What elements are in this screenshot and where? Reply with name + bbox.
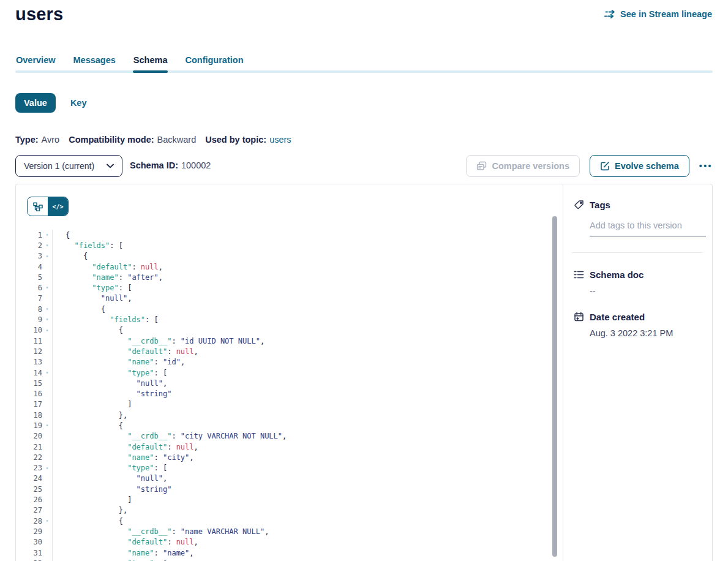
fold-arrow-icon[interactable]: ▾ <box>42 282 52 293</box>
code-line: 7 "null", <box>16 293 563 304</box>
tree-view-button[interactable] <box>28 197 48 216</box>
code-line: 6▾ "type": [ <box>16 282 563 293</box>
line-gutter: 27 <box>16 505 53 516</box>
tab-schema[interactable]: Schema <box>133 54 168 73</box>
fold-arrow-icon[interactable]: ▾ <box>42 304 52 314</box>
code-text: "name": "city", <box>53 453 194 462</box>
line-number: 17 <box>34 400 42 409</box>
used-by-topic-label: Used by topic: <box>205 135 266 145</box>
code-line: 21 "default": null, <box>16 442 563 452</box>
code-text: "__crdb__": "id UUID NOT NULL", <box>53 337 265 345</box>
line-gutter: 19▾ <box>16 420 53 431</box>
code-text: "null", <box>53 294 132 303</box>
tab-track <box>15 70 713 73</box>
line-number: 9 <box>38 315 42 324</box>
line-gutter: 22 <box>16 452 53 462</box>
sidebar-divider <box>572 252 702 253</box>
tab-messages[interactable]: Messages <box>73 54 116 73</box>
compare-versions-icon <box>476 161 487 171</box>
code-line: 25 "string" <box>16 484 563 494</box>
code-view-button[interactable]: </> <box>48 197 68 216</box>
line-gutter: 13 <box>16 357 53 367</box>
key-toggle-link[interactable]: Key <box>70 98 87 108</box>
version-dropdown[interactable]: Version 1 (current) <box>15 155 122 177</box>
line-gutter: 16 <box>16 388 53 399</box>
evolve-schema-button[interactable]: Evolve schema <box>590 155 689 177</box>
line-number: 31 <box>34 549 42 557</box>
code-text: "default": null, <box>53 443 198 451</box>
tag-icon <box>574 200 584 210</box>
add-tags-input[interactable] <box>590 220 706 236</box>
code-line: 1▾{ <box>16 230 563 240</box>
line-gutter: 20 <box>16 431 53 442</box>
tab-bar: Overview Messages Schema Configuration <box>15 54 713 73</box>
code-view-icon: </> <box>52 203 63 210</box>
code-text: "default": null, <box>53 538 198 546</box>
code-text: "fields": [ <box>53 315 159 324</box>
compare-versions-button[interactable]: Compare versions <box>466 155 580 177</box>
code-text: "__crdb__": "name VARCHAR NULL", <box>53 527 269 536</box>
code-text: "default": null, <box>53 347 198 356</box>
code-line: 32▾ "type": [ <box>16 558 563 561</box>
version-dropdown-value: Version 1 (current) <box>24 161 94 171</box>
code-line: 23▾ "type": [ <box>16 463 563 473</box>
value-key-toggle: Value Key <box>15 93 87 113</box>
line-number: 3 <box>38 252 42 260</box>
chevron-down-icon <box>107 164 114 168</box>
line-gutter: 14▾ <box>16 367 53 378</box>
evolve-schema-label: Evolve schema <box>615 161 679 171</box>
line-number: 25 <box>34 485 42 494</box>
code-text: { <box>53 326 123 334</box>
code-line: 20 "__crdb__": "city VARCHAR NOT NULL", <box>16 431 563 442</box>
schema-code-editor: </> 1▾{2▾ "fields": [3▾ {4 "default": nu… <box>16 184 563 561</box>
code-line: 26 ] <box>16 494 563 505</box>
code-line: 9▾ "fields": [ <box>16 314 563 325</box>
code-text: { <box>53 231 70 239</box>
line-gutter: 31 <box>16 548 53 558</box>
code-line: 15 "null", <box>16 378 563 388</box>
fold-arrow-icon[interactable]: ▾ <box>42 251 52 262</box>
fold-arrow-icon[interactable]: ▾ <box>42 325 52 336</box>
fold-arrow-icon[interactable]: ▾ <box>42 240 52 250</box>
fold-arrow-icon[interactable]: ▾ <box>42 314 52 325</box>
line-gutter: 3▾ <box>16 251 53 262</box>
topic-link[interactable]: users <box>269 135 291 145</box>
line-number: 24 <box>34 474 42 483</box>
stream-lineage-link[interactable]: See in Stream lineage <box>604 9 712 19</box>
line-gutter: 30 <box>16 537 53 548</box>
fold-arrow-icon[interactable]: ▾ <box>42 367 52 378</box>
fold-arrow-icon[interactable]: ▾ <box>42 516 52 526</box>
tab-overview[interactable]: Overview <box>15 54 56 73</box>
value-toggle-button[interactable]: Value <box>15 93 56 113</box>
code-text: }, <box>53 411 127 420</box>
code-line: 8▾ { <box>16 304 563 314</box>
compatibility-label: Compatibility mode: <box>69 135 154 145</box>
schema-sidebar: Tags Schema doc -- <box>563 184 712 561</box>
code-text: "type": [ <box>53 284 132 292</box>
line-number: 30 <box>34 538 42 546</box>
line-gutter: 15 <box>16 378 53 388</box>
editor-scrollbar[interactable] <box>552 216 557 557</box>
line-number: 2 <box>38 241 42 250</box>
schema-doc-value: -- <box>590 286 702 296</box>
fold-arrow-icon[interactable]: ▾ <box>42 230 52 240</box>
fold-arrow-icon[interactable]: ▾ <box>42 420 52 431</box>
code-line: 28▾ { <box>16 516 563 526</box>
line-gutter: 17 <box>16 399 53 410</box>
stream-lineage-icon <box>604 10 616 18</box>
line-gutter: 28▾ <box>16 516 53 526</box>
line-gutter: 4 <box>16 262 53 272</box>
line-number: 20 <box>34 432 42 440</box>
fold-arrow-icon[interactable]: ▾ <box>42 463 52 473</box>
more-options-button[interactable]: ••• <box>699 159 713 173</box>
line-gutter: 24 <box>16 473 53 484</box>
line-number: 1 <box>38 231 42 239</box>
code-text: "null", <box>53 379 167 388</box>
code-text: { <box>53 305 105 314</box>
compare-versions-label: Compare versions <box>492 161 569 171</box>
fold-arrow-icon[interactable]: ▾ <box>42 558 52 561</box>
line-gutter: 18 <box>16 410 53 420</box>
tab-configuration[interactable]: Configuration <box>184 54 244 73</box>
schema-id-value: 100002 <box>181 160 211 170</box>
line-number: 29 <box>34 527 42 536</box>
